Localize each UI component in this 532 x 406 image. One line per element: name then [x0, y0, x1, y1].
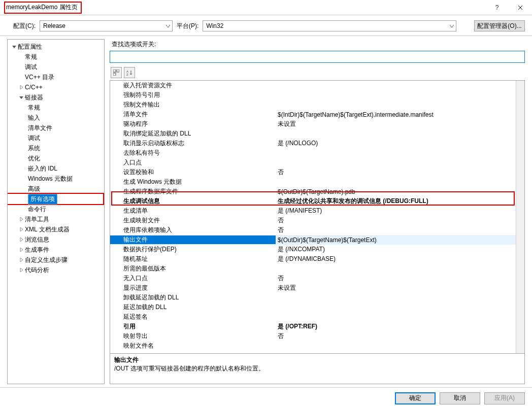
config-manager-button[interactable]: 配置管理器(O)...: [474, 20, 525, 31]
tree-caret-icon: [12, 44, 17, 49]
property-value[interactable]: 否: [276, 226, 516, 234]
tree-item[interactable]: 所有选项: [8, 194, 103, 204]
property-name: 去除私有符号: [110, 149, 276, 157]
property-value[interactable]: 是 (/NOLOGO): [276, 139, 516, 148]
tree-item[interactable]: 嵌入的 IDL: [8, 163, 104, 174]
property-row[interactable]: 强制文件输出: [110, 100, 516, 110]
property-name: 延迟加载的 DLL: [110, 303, 276, 312]
property-name: 生成清单: [110, 207, 276, 215]
close-button[interactable]: [509, 0, 532, 15]
property-row[interactable]: 卸载延迟加载的 DLL: [110, 293, 516, 302]
tree-item[interactable]: 常规: [8, 52, 104, 62]
config-combo[interactable]: Release: [40, 20, 173, 31]
tree-item-label: Windows 元数据: [28, 175, 73, 183]
property-row[interactable]: 使用库依赖项输入否: [110, 225, 516, 235]
property-row[interactable]: 随机基址是 (/DYNAMICBASE): [110, 254, 516, 264]
property-row[interactable]: 强制符号引用: [110, 90, 516, 100]
tree-item[interactable]: 生成事件: [8, 245, 104, 255]
tree-item[interactable]: 配置属性: [8, 42, 104, 52]
tree-item-label: 调试: [28, 134, 40, 143]
tree-item[interactable]: 输入: [8, 113, 104, 123]
property-value[interactable]: 是 (/NXCOMPAT): [276, 245, 516, 254]
tree-item[interactable]: 浏览信息: [8, 234, 104, 245]
property-row[interactable]: 设置校验和否: [110, 167, 516, 177]
property-row[interactable]: 延迟签名: [110, 312, 516, 322]
property-name: 卸载延迟加载的 DLL: [110, 293, 276, 302]
tree-item[interactable]: XML 文档生成器: [8, 224, 104, 234]
property-value[interactable]: 未设置: [276, 284, 516, 292]
property-row[interactable]: 映射文件名: [110, 341, 516, 351]
property-row[interactable]: 数据执行保护(DEP)是 (/NXCOMPAT): [110, 245, 516, 254]
tree-item-label: 配置属性: [18, 43, 42, 51]
categorized-button[interactable]: [111, 67, 122, 78]
search-label: 查找选项或开关:: [112, 40, 525, 49]
tree-caret-icon: [19, 247, 24, 252]
tree-item[interactable]: 调试: [8, 62, 104, 72]
apply-button[interactable]: 应用(A): [484, 392, 525, 404]
ok-button[interactable]: 确定: [395, 392, 436, 404]
tree-item[interactable]: 代码分析: [8, 265, 104, 275]
property-value[interactable]: 否: [276, 332, 516, 341]
property-row[interactable]: 驱动程序未设置: [110, 119, 516, 129]
tree-item[interactable]: 清单文件: [8, 123, 104, 133]
property-row[interactable]: 嵌入托管资源文件: [110, 81, 516, 90]
property-name: 映射导出: [110, 332, 276, 341]
property-row[interactable]: 无入口点否: [110, 274, 516, 283]
cancel-button[interactable]: 取消: [440, 392, 480, 404]
window-title: memoryLeakDemo 属性页: [6, 3, 78, 12]
property-value[interactable]: 是 (/OPT:REF): [276, 322, 516, 331]
property-row[interactable]: 生成映射文件否: [110, 216, 516, 225]
property-value[interactable]: 未设置: [276, 120, 516, 128]
property-row[interactable]: 所需的最低版本: [110, 264, 516, 274]
property-value[interactable]: $(OutDir)$(TargetName).pdb: [276, 188, 516, 195]
search-input[interactable]: [110, 51, 525, 63]
tree-item[interactable]: 优化: [8, 153, 104, 163]
tree-item[interactable]: 系统: [8, 143, 104, 153]
property-name: 生成 Windows 元数据: [110, 178, 276, 186]
tree-item-label: 常规: [28, 104, 40, 112]
platform-combo[interactable]: Win32: [203, 20, 456, 31]
property-row[interactable]: 生成清单是 (/MANIFEST): [110, 206, 516, 216]
dialog-buttons: 确定 取消 应用(A): [0, 387, 532, 406]
property-row[interactable]: 入口点: [110, 158, 516, 167]
scrollbar[interactable]: [516, 81, 524, 353]
property-row[interactable]: 生成调试信息生成经过优化以共享和发布的调试信息 (/DEBUG:FULL): [110, 196, 516, 206]
property-value[interactable]: 否: [276, 216, 516, 225]
property-row[interactable]: 显示进度未设置: [110, 283, 516, 293]
property-value[interactable]: 是 (/DYNAMICBASE): [276, 255, 516, 263]
property-row[interactable]: 引用是 (/OPT:REF): [110, 322, 516, 331]
property-row[interactable]: 输出文件$(OutDir)$(TargetName)$(TargetExt): [110, 235, 516, 245]
tree-item[interactable]: 清单工具: [8, 214, 104, 224]
property-name: 驱动程序: [110, 120, 276, 128]
property-grid-body[interactable]: 嵌入托管资源文件强制符号引用强制文件输出清单文件$(IntDir)$(Targe…: [110, 81, 516, 353]
property-row[interactable]: 生成 Windows 元数据: [110, 177, 516, 187]
property-row[interactable]: 延迟加载的 DLL: [110, 302, 516, 312]
property-row[interactable]: 生成程序数据库文件$(OutDir)$(TargetName).pdb: [110, 187, 516, 196]
property-value[interactable]: 生成经过优化以共享和发布的调试信息 (/DEBUG:FULL): [276, 197, 516, 206]
property-row[interactable]: 取消绑定延迟加载的 DLL: [110, 129, 516, 139]
help-button[interactable]: ?: [485, 0, 509, 15]
property-row[interactable]: 去除私有符号: [110, 148, 516, 158]
tree-item[interactable]: 自定义生成步骤: [8, 255, 104, 265]
tree-item[interactable]: 常规: [8, 103, 104, 113]
property-value[interactable]: $(IntDir)$(TargetName)$(TargetExt).inter…: [276, 111, 516, 118]
tree-item[interactable]: C/C++: [8, 82, 104, 92]
tree-item[interactable]: 命令行: [8, 204, 104, 214]
property-row[interactable]: 清单文件$(IntDir)$(TargetName)$(TargetExt).i…: [110, 110, 516, 119]
alphabetical-button[interactable]: AZ: [124, 67, 135, 78]
tree-item[interactable]: Windows 元数据: [8, 174, 104, 184]
tree-item[interactable]: 链接器: [8, 92, 104, 103]
config-tree[interactable]: 配置属性常规调试VC++ 目录C/C++链接器常规输入清单文件调试系统优化嵌入的…: [7, 39, 105, 384]
tree-item-label: 所有选项: [28, 194, 57, 205]
tree-item-label: 优化: [28, 154, 40, 163]
property-value[interactable]: 否: [276, 168, 516, 177]
tree-item[interactable]: VC++ 目录: [8, 72, 104, 82]
property-name: 无入口点: [110, 274, 276, 283]
property-value[interactable]: 否: [276, 274, 516, 283]
property-row[interactable]: 映射导出否: [110, 331, 516, 341]
tree-item[interactable]: 高级: [8, 184, 104, 194]
property-value[interactable]: $(OutDir)$(TargetName)$(TargetExt): [276, 236, 516, 244]
property-value[interactable]: 是 (/MANIFEST): [276, 207, 516, 215]
tree-item[interactable]: 调试: [8, 133, 104, 143]
property-row[interactable]: 取消显示启动版权标志是 (/NOLOGO): [110, 139, 516, 148]
